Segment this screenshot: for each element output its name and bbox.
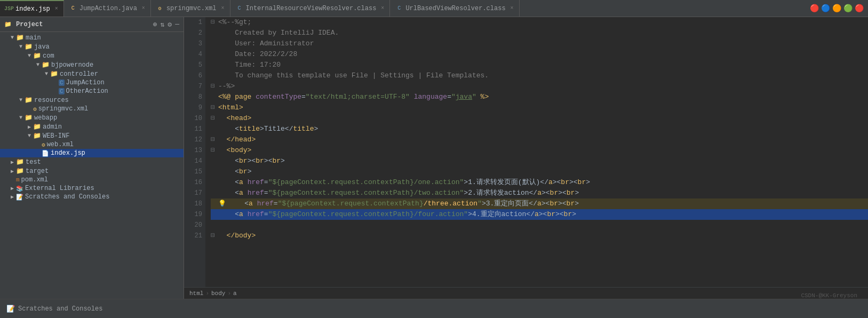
tab-label-internal-resolver: InternalResourceViewResolver.class <box>246 5 377 12</box>
tree-item-resources[interactable]: ▼ 📁 resources <box>0 96 184 105</box>
tree-label-target: target <box>26 168 49 175</box>
tree-item-target[interactable]: ▶ 📁 target <box>0 166 184 176</box>
bottom-panel: 📝 Scratches and Consoles CSDN-@KK-Greyso… <box>0 299 868 318</box>
sidebar-header-icons: ⊕ ⇅ ⚙ — <box>153 20 179 29</box>
tree-label-resources: resources <box>34 97 69 104</box>
tree-item-otheraction[interactable]: C OtherAction <box>0 87 184 96</box>
tree-item-controller[interactable]: ▼ 📁 controller <box>0 69 184 78</box>
code-line-4: Date: 2022/2/28 <box>211 49 868 60</box>
tab-bar-right: 🔴 🔵 🟠 🟢 🔴 <box>810 4 868 13</box>
tree-item-webinf[interactable]: ▼ 📁 WEB-INF <box>0 131 184 140</box>
close-tab-internal-resolver[interactable]: × <box>381 5 384 11</box>
code-area: 1 2 3 4 5 6 7 8 9 10 11 12 13 14 15 16 1… <box>184 17 868 287</box>
tree-item-main[interactable]: ▼ 📁 main <box>0 33 184 42</box>
scratches-panel-item[interactable]: 📝 Scratches and Consoles <box>6 305 102 313</box>
browser-icon-3[interactable]: 🟠 <box>832 4 841 13</box>
fold-icon-13[interactable]: ⊟ <box>211 145 218 156</box>
tree-item-jumpaction[interactable]: C JumpAction <box>0 78 184 87</box>
browser-icon-2[interactable]: 🔵 <box>821 4 830 13</box>
code-line-1: ⊟ <%--%gt; <box>211 17 868 28</box>
code-line-11: <title>Title</title> <box>211 124 868 134</box>
tree-item-scratches[interactable]: ▶ 📝 Scratches and Consoles <box>0 193 184 201</box>
tree-item-com[interactable]: ▼ 📁 com <box>0 51 184 60</box>
browser-icon-4[interactable]: 🟢 <box>843 4 853 13</box>
close-tab-jump-action[interactable]: × <box>142 5 145 11</box>
tab-jump-action[interactable]: C JumpAction.java × <box>64 0 151 17</box>
locate-icon[interactable]: ⊕ <box>153 20 157 29</box>
folder-icon-bjpowernode: 📁 <box>42 61 50 69</box>
folder-icon-webapp: 📁 <box>25 114 33 122</box>
tree-item-test[interactable]: ▶ 📁 test <box>0 157 184 166</box>
fold-icon-7[interactable]: ⊟ <box>211 81 218 92</box>
browser-icon-5[interactable]: 🔴 <box>855 4 864 13</box>
jsp-icon-index: 📄 <box>42 150 49 157</box>
folder-icon-java: 📁 <box>25 43 33 51</box>
folder-icon-test: 📁 <box>16 158 24 166</box>
tab-url-resolver[interactable]: C UrlBasedViewResolver.class × <box>390 0 519 17</box>
tree-label-springmvc-xml: springmvc.xml <box>38 105 89 113</box>
close-tab-url-resolver[interactable]: × <box>511 5 514 11</box>
tree-item-admin[interactable]: ▶ 📁 admin <box>0 122 184 131</box>
tree-label-scratches: Scratches and Consoles <box>25 193 109 201</box>
sort-icon[interactable]: ⇅ <box>161 20 165 29</box>
tree-label-com: com <box>43 52 54 60</box>
folder-icon-admin: 📁 <box>33 123 41 131</box>
tree-label-java: java <box>34 43 50 51</box>
fold-icon-12[interactable]: ⊟ <box>211 134 218 145</box>
tree-label-bjpowernode: bjpowernode <box>51 61 93 69</box>
breadcrumb-html[interactable]: html <box>189 290 203 297</box>
xml-icon-web: ⚙ <box>42 141 45 148</box>
code-line-19: <a href="${pageContext.request.contextPa… <box>211 209 868 220</box>
code-editor[interactable]: ⊟ <%--%gt; Created by IntelliJ IDEA. Use… <box>205 17 868 287</box>
watermark: CSDN-@KK-Greyson <box>801 292 857 299</box>
breadcrumb-a[interactable]: a <box>233 290 237 297</box>
code-line-9: ⊟ <html> <box>211 102 868 113</box>
tab-label-springmvc-xml: springmvc.xml <box>166 5 217 12</box>
fold-icon-9[interactable]: ⊟ <box>211 102 218 113</box>
xml-icon: ⚙ <box>156 5 164 12</box>
editor-area: 1 2 3 4 5 6 7 8 9 10 11 12 13 14 15 16 1… <box>184 17 868 299</box>
settings-icon[interactable]: ⚙ <box>168 20 172 29</box>
tree-item-pom[interactable]: m pom.xml <box>0 176 184 184</box>
fold-icon-1[interactable]: ⊟ <box>211 17 218 28</box>
fold-icon-10[interactable]: ⊟ <box>211 113 218 124</box>
tree-label-test: test <box>26 158 41 166</box>
tree-label-pom: pom.xml <box>21 176 48 184</box>
collapse-icon[interactable]: — <box>175 20 179 29</box>
tree-item-index-jsp[interactable]: 📄 index.jsp <box>0 149 184 157</box>
sidebar-title: Project <box>16 21 43 28</box>
tree-item-web-xml[interactable]: ⚙ web.xml <box>0 140 184 149</box>
line-numbers: 1 2 3 4 5 6 7 8 9 10 11 12 13 14 15 16 1… <box>184 17 205 287</box>
xml-icon-springmvc: ⚙ <box>33 106 37 113</box>
tree-item-bjpowernode[interactable]: ▼ 📁 bjpowernode <box>0 60 184 69</box>
java-class-icon-otheraction: C <box>59 88 65 94</box>
fold-icon-21[interactable]: ⊟ <box>211 230 218 241</box>
tree-label-external-libraries: External Libraries <box>25 185 94 192</box>
code-line-3: User: Administrator <box>211 38 868 49</box>
code-line-18: 💡 <a href="${pageContext.request.context… <box>211 198 868 209</box>
tree-item-external-libraries[interactable]: ▶ 📚 External Libraries <box>0 184 184 193</box>
tree-label-main: main <box>26 34 41 42</box>
browser-icon-1[interactable]: 🔴 <box>810 4 819 13</box>
tab-label-url-resolver: UrlBasedViewResolver.class <box>405 5 505 12</box>
code-line-15: <br> <box>211 166 868 177</box>
code-line-13: ⊟ <body> <box>211 145 868 156</box>
tab-springmvc-xml[interactable]: ⚙ springmvc.xml × <box>151 0 230 17</box>
folder-icon-webinf: 📁 <box>33 132 41 140</box>
sidebar: 📁 Project ⊕ ⇅ ⚙ — ▼ 📁 main ▼ 📁 <box>0 17 184 299</box>
folder-icon-main: 📁 <box>16 34 24 42</box>
tree-item-webapp[interactable]: ▼ 📁 webapp <box>0 113 184 122</box>
tab-index-jsp[interactable]: JSP index.jsp × <box>0 0 64 17</box>
tree-item-springmvc-xml[interactable]: ⚙ springmvc.xml <box>0 105 184 113</box>
tab-internal-resolver[interactable]: C InternalResourceViewResolver.class × <box>230 0 391 17</box>
breadcrumb-body[interactable]: body <box>211 290 225 297</box>
close-tab-index-jsp[interactable]: × <box>55 6 58 12</box>
tree-item-java[interactable]: ▼ 📁 java <box>0 42 184 51</box>
warning-icon-18: 💡 <box>218 198 226 209</box>
class-icon-2: C <box>395 5 403 12</box>
close-tab-springmvc-xml[interactable]: × <box>221 5 225 11</box>
code-line-14: <br><br><br> <box>211 156 868 166</box>
java-icon: C <box>69 5 77 12</box>
code-line-8: <%@ page contentType="text/html;charset=… <box>211 92 868 102</box>
scratches-panel-icon: 📝 <box>6 305 15 313</box>
